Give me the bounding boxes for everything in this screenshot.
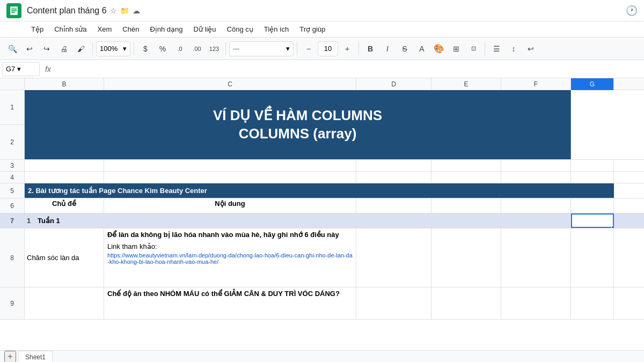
cell-e8[interactable]	[431, 228, 501, 287]
font-family-dropdown-icon: ▾	[286, 45, 290, 53]
merge-button[interactable]: ⊡	[465, 41, 481, 57]
row8-chamsocdanda-label: Chăm sóc làn da	[27, 254, 79, 262]
add-sheet-button[interactable]: +	[4, 351, 16, 363]
row-7: 7 1 Tuần 1	[0, 213, 644, 228]
text-wrap-button[interactable]: ↩	[523, 41, 539, 57]
row-num-5: 5	[0, 183, 25, 198]
cloud-icon[interactable]: ☁	[133, 6, 140, 15]
dec-more-button[interactable]: .00	[189, 41, 205, 57]
cell-e4[interactable]	[431, 172, 501, 183]
cell-ref-dropdown[interactable]: ▾	[17, 65, 21, 73]
font-size-input[interactable]	[318, 45, 338, 53]
cell-g8[interactable]	[571, 228, 614, 287]
col-header-e[interactable]: E	[431, 78, 501, 90]
align-left-button[interactable]: ☰	[488, 41, 504, 57]
cell-c9[interactable]: Chế độ ăn theo NHÓM MÁU có thể GIẢM CÂN …	[104, 287, 356, 319]
formula-input[interactable]	[56, 62, 642, 76]
menu-view[interactable]: Xem	[92, 21, 118, 38]
cell-d7[interactable]	[356, 213, 431, 228]
row-num-6: 6	[0, 198, 25, 213]
menu-edit[interactable]: Chỉnh sửa	[49, 21, 92, 38]
cell-b8[interactable]: Chăm sóc làn da	[25, 228, 104, 287]
star-icon[interactable]: ☆	[110, 6, 117, 15]
strikethrough-button[interactable]: S	[397, 41, 413, 57]
cell-d9[interactable]	[356, 287, 431, 319]
col-header-f[interactable]: F	[501, 78, 571, 90]
menu-tools[interactable]: Công cụ	[222, 21, 259, 38]
cell-c7[interactable]	[104, 213, 356, 228]
cell-f3[interactable]	[501, 160, 571, 171]
cell-d3[interactable]	[356, 160, 431, 171]
cell-g9[interactable]	[571, 287, 614, 319]
history-icon[interactable]: 🕐	[626, 5, 638, 17]
menu-insert[interactable]: Chèn	[117, 21, 144, 38]
cell-d6[interactable]	[356, 198, 431, 213]
italic-button[interactable]: I	[379, 41, 396, 57]
folder-icon[interactable]: 📁	[120, 6, 129, 15]
row-4: 4	[0, 172, 644, 183]
font-size-plus[interactable]: +	[339, 41, 355, 57]
cell-g6[interactable]	[571, 198, 614, 213]
cell-e3[interactable]	[431, 160, 501, 171]
menu-format[interactable]: Định dạng	[144, 21, 188, 38]
cell-g4[interactable]	[571, 172, 614, 183]
fill-handle[interactable]	[611, 226, 614, 228]
print-button[interactable]: 🖨	[56, 41, 72, 57]
currency-button[interactable]: $	[137, 41, 153, 57]
dec-less-button[interactable]: .0	[172, 41, 188, 57]
cell-g3[interactable]	[571, 160, 614, 171]
menu-extensions[interactable]: Tiện ích	[259, 21, 295, 38]
valign-button[interactable]: ↕	[506, 41, 522, 57]
cell-g7[interactable]	[571, 213, 614, 228]
search-button[interactable]: 🔍	[4, 41, 20, 57]
cell-d8[interactable]	[356, 228, 431, 287]
menu-help[interactable]: Trợ giúp	[294, 21, 331, 38]
doc-title-text[interactable]: Content plan tháng 6	[27, 6, 107, 16]
font-family-selector[interactable]: — ▾	[229, 41, 294, 56]
font-color-button[interactable]: A	[414, 41, 430, 57]
paint-format-button[interactable]: 🖌	[73, 41, 89, 57]
cell-e7[interactable]	[431, 213, 501, 228]
col-header-g[interactable]: G	[571, 78, 614, 90]
cell-c6[interactable]: Nội dung	[104, 198, 356, 213]
cell-e9[interactable]	[431, 287, 501, 319]
undo-button[interactable]: ↩	[21, 41, 38, 57]
cell-b7[interactable]: 1 Tuần 1	[25, 213, 104, 228]
row8-link-url[interactable]: https://www.beautyvietnam.vn/lam-dep/duo…	[107, 252, 353, 265]
sheets-logo	[6, 3, 21, 18]
zoom-selector[interactable]: 100% ▾	[96, 41, 130, 56]
row8-link-prefix: Link tham khảo:	[107, 242, 157, 250]
col-header-c[interactable]: C	[104, 78, 356, 90]
bold-button[interactable]: B	[362, 41, 378, 57]
col-header-b[interactable]: B	[25, 78, 104, 90]
header-line2: COLUMNS (array)	[239, 125, 357, 143]
cell-b3[interactable]	[25, 160, 104, 171]
borders-button[interactable]: ⊞	[448, 41, 464, 57]
cell-b4[interactable]	[25, 172, 104, 183]
cell-b6[interactable]: Chủ đề	[25, 198, 104, 213]
cell-b9[interactable]	[25, 287, 104, 319]
menu-data[interactable]: Dữ liệu	[188, 21, 222, 38]
zoom-dropdown-icon: ▾	[123, 45, 127, 53]
cell-c4[interactable]	[104, 172, 356, 183]
cell-c8[interactable]: Để làn da không bị lão hóa nhanh vào mùa…	[104, 228, 356, 287]
format-123-button[interactable]: 123	[206, 41, 222, 57]
row-num-9: 9	[0, 287, 25, 319]
col-header-d[interactable]: D	[356, 78, 431, 90]
font-size-minus[interactable]: −	[301, 41, 317, 57]
sheet-tab-1[interactable]: Sheet1	[18, 351, 53, 363]
cell-c3[interactable]	[104, 160, 356, 171]
percent-button[interactable]: %	[155, 41, 171, 57]
cell-f9[interactable]	[501, 287, 571, 319]
bottom-bar: + Sheet1	[0, 350, 644, 362]
cell-reference-box[interactable]: G7 ▾	[2, 62, 40, 76]
cell-e6[interactable]	[431, 198, 501, 213]
cell-f6[interactable]	[501, 198, 571, 213]
cell-f7[interactable]	[501, 213, 571, 228]
redo-button[interactable]: ↪	[39, 41, 55, 57]
cell-f4[interactable]	[501, 172, 571, 183]
menu-file[interactable]: Tệp	[26, 21, 49, 38]
cell-d4[interactable]	[356, 172, 431, 183]
fill-color-button[interactable]: 🎨	[431, 41, 447, 57]
cell-f8[interactable]	[501, 228, 571, 287]
